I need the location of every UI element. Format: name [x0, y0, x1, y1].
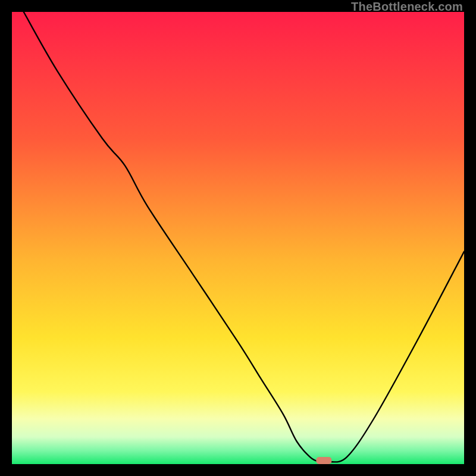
plot-background — [12, 12, 464, 464]
watermark-label: TheBottleneck.com — [351, 0, 463, 14]
optimal-marker — [316, 457, 331, 464]
chart-frame: TheBottleneck.com — [0, 0, 476, 476]
bottleneck-plot — [12, 12, 464, 464]
